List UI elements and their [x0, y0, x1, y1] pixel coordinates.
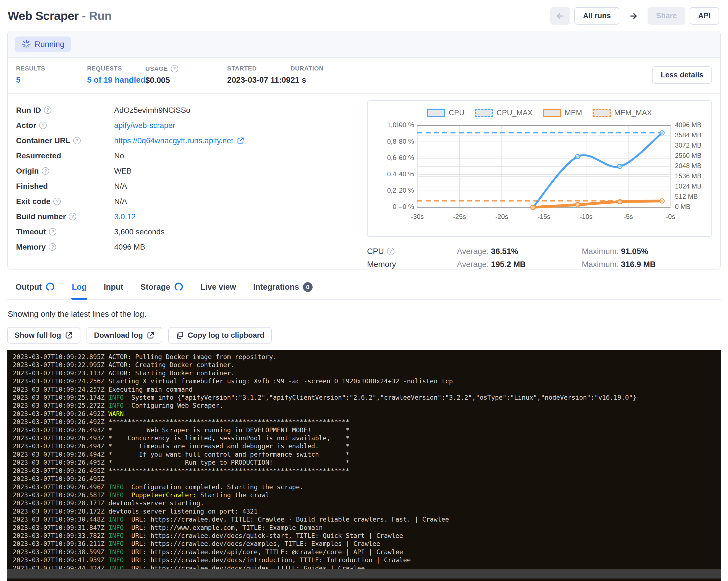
detail-value[interactable]: 3.0.12	[114, 212, 136, 221]
legend-item-MEM_MAX[interactable]: MEM_MAX	[593, 109, 652, 117]
help-icon[interactable]: ?	[69, 213, 76, 220]
tab-label: Input	[104, 283, 123, 292]
log-segment	[104, 492, 108, 499]
log-segment	[104, 532, 108, 539]
log-action-button[interactable]: Show full log	[7, 327, 80, 344]
detail-label: Build number	[16, 212, 66, 221]
log-action-label: Show full log	[15, 331, 61, 340]
stat-label: REQUESTS	[87, 65, 122, 72]
arrow-left-icon	[555, 11, 565, 21]
stat-value[interactable]: 5	[16, 76, 87, 85]
log-segment: URL: https://crawlee.dev, TITLE: Crawlee…	[124, 516, 449, 523]
log-line: 2023-03-07T10:09:22.995Z ACTOR: Creating…	[13, 361, 721, 369]
legend-item-CPU[interactable]: CPU	[427, 109, 464, 117]
usage-summary-row: Memory ? Average:195.2 MB Maximum:316.9 …	[367, 260, 712, 269]
help-icon[interactable]: ?	[171, 65, 178, 73]
log-segment: System info {"apifyVersion":"3.1.2","api…	[124, 394, 637, 401]
usage-maximum: Maximum:316.9 MB	[582, 260, 712, 269]
stats-items: RESULTS ? 5 REQUESTS ? 5 of 19 handled U…	[16, 65, 323, 85]
log-segments: Executing main command	[104, 386, 193, 393]
less-details-button[interactable]: Less details	[652, 66, 712, 84]
help-icon[interactable]: ?	[73, 137, 81, 144]
log-console[interactable]: 2023-03-07T10:09:22.895Z ACTOR: Pulling …	[7, 350, 721, 581]
share-button[interactable]: Share	[648, 7, 685, 25]
help-icon[interactable]: ?	[49, 228, 56, 236]
legend-label: CPU_MAX	[496, 109, 532, 117]
legend-item-MEM[interactable]: MEM	[543, 109, 582, 117]
detail-label: Memory	[16, 243, 46, 252]
log-segment	[104, 516, 108, 523]
maximum-value: 316.9 MB	[621, 260, 656, 269]
previous-run-button[interactable]	[550, 7, 570, 25]
detail-label: Actor	[16, 121, 36, 130]
api-button[interactable]: API	[690, 7, 719, 25]
detail-label: Finished	[16, 182, 48, 191]
log-timestamp: 2023-03-07T10:09:31.847Z	[13, 524, 104, 531]
legend-item-CPU_MAX[interactable]: CPU_MAX	[475, 109, 532, 117]
average-value: 36.51%	[491, 247, 518, 256]
help-icon[interactable]: ?	[387, 248, 394, 255]
log-segment: devtools-server starting.	[104, 499, 204, 507]
log-segment: WARN	[108, 410, 124, 417]
help-icon[interactable]: ?	[42, 167, 49, 175]
help-icon[interactable]: ?	[49, 243, 56, 251]
detail-label: Exit code	[16, 197, 50, 206]
log-line: 2023-03-07T10:09:31.847Z INFO URL: http:…	[13, 524, 721, 532]
average-label: Average:	[457, 260, 489, 269]
log-segments: devtools-server listening on port: 4321	[104, 508, 258, 515]
maximum-value: 91.05%	[621, 247, 648, 256]
horizontal-scrollbar[interactable]	[7, 569, 721, 579]
detail-value: N/A	[114, 182, 127, 191]
detail-label-cell: Origin ?	[16, 167, 114, 176]
spinner-icon	[46, 283, 55, 292]
external-link-icon[interactable]	[237, 136, 244, 144]
svg-text:0,8: 0,8	[387, 138, 396, 145]
log-line: 2023-03-07T10:09:26.495Z ***************…	[13, 467, 721, 475]
tab-label: Integrations	[253, 283, 299, 292]
log-segments: WARN	[104, 410, 124, 417]
tab[interactable]: Log	[71, 281, 87, 299]
tab[interactable]: Integrations 0	[253, 281, 313, 299]
log-note: Showing only the latest lines of the log…	[8, 310, 720, 319]
chart-plot-area[interactable]: 1,00,80,60,40,20100 %80 %60 %40 %20 %0 %…	[368, 121, 711, 233]
tab[interactable]: Output	[15, 281, 55, 299]
detail-row: Actor ? apify/web-scraper	[16, 118, 367, 133]
all-runs-button[interactable]: All runs	[574, 7, 619, 25]
log-segments: Starting X virtual framebuffer using: Xv…	[104, 377, 453, 385]
log-segment: INFO	[108, 402, 124, 409]
log-line: 2023-03-07T10:09:26.493Z * Concurrency i…	[13, 434, 721, 442]
log-segments: INFO Configuring Web Scraper.	[104, 402, 223, 409]
log-timestamp: 2023-03-07T10:09:25.272Z	[13, 402, 104, 409]
next-run-button[interactable]	[624, 7, 644, 25]
detail-label-cell: Memory ?	[16, 243, 114, 252]
usage-chart-svg[interactable]: 1,00,80,60,40,20100 %80 %60 %40 %20 %0 %…	[368, 121, 710, 232]
log-segments: * Run type to PRODUCTION! *	[104, 459, 349, 466]
help-icon[interactable]: ?	[44, 106, 51, 114]
log-segment: ACTOR: Creating Docker container.	[104, 361, 235, 368]
log-action-button[interactable]: Copy log to clipboard	[168, 327, 272, 344]
log-action-button[interactable]: Download log	[86, 327, 162, 344]
usage-chart-column: CPUCPU_MAXMEMMEM_MAX 1,00,80,60,40,20100…	[367, 100, 712, 269]
log-segment: Configuring Web Scraper.	[124, 402, 223, 409]
tab[interactable]: Storage	[140, 281, 184, 299]
tab[interactable]: Live view	[200, 281, 237, 299]
stat-value: $0.005	[146, 76, 227, 85]
stat: REQUESTS ? 5 of 19 handled	[87, 65, 146, 85]
log-segment: ****************************************…	[104, 467, 349, 474]
svg-text:2048 MB: 2048 MB	[675, 162, 701, 169]
detail-value: No	[114, 152, 124, 160]
detail-value[interactable]: apify/web-scraper	[114, 121, 175, 130]
help-icon[interactable]: ?	[53, 197, 61, 205]
log-line: 2023-03-07T10:09:26.494Z * timeouts are …	[13, 442, 721, 450]
log-segment: INFO	[108, 548, 124, 556]
stat-value[interactable]: 5 of 19 handled	[87, 76, 146, 85]
log-timestamp: 2023-03-07T10:09:28.172Z	[13, 508, 104, 515]
svg-text:100 %: 100 %	[395, 121, 414, 129]
detail-value[interactable]: https://0q64wnacgyft.runs.apify.net	[114, 136, 233, 145]
help-icon[interactable]: ?	[39, 122, 47, 129]
external-link-icon	[65, 331, 73, 339]
log-segment	[104, 524, 108, 531]
log-segment	[104, 548, 108, 556]
tab[interactable]: Input	[103, 281, 124, 299]
svg-text:-10s: -10s	[579, 213, 593, 220]
